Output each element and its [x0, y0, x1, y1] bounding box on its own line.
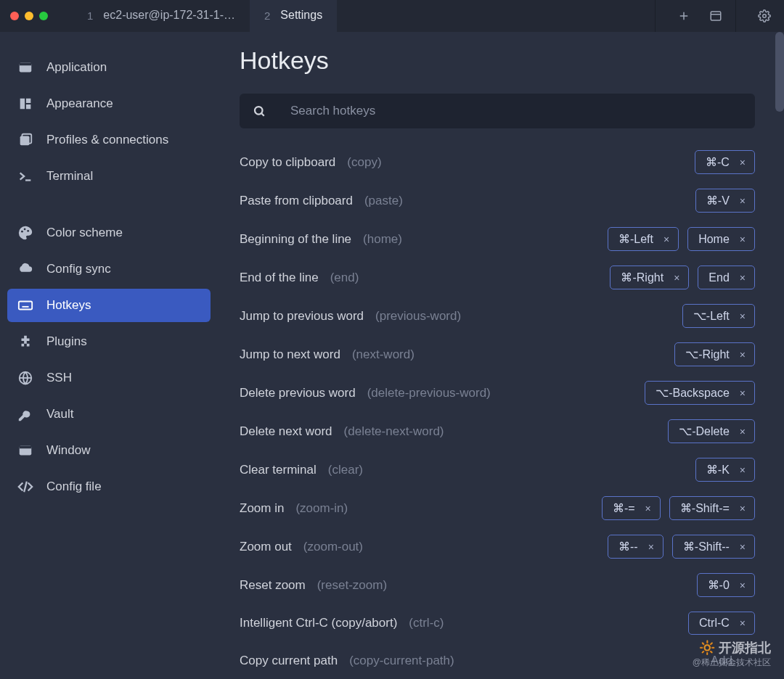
hotkey-key: ⌘-K: [706, 463, 730, 477]
hotkey-id: (paste): [364, 194, 403, 208]
search-input[interactable]: [290, 104, 742, 118]
svg-rect-2: [711, 12, 721, 20]
sidebar-item-application[interactable]: Application: [7, 51, 211, 84]
sidebar-item-label: Profiles & connections: [46, 133, 168, 147]
sidebar-item-window[interactable]: Window: [7, 434, 211, 467]
tab-label: ec2-user@ip-172-31-1-…: [103, 9, 235, 22]
hotkey-row: Delete next word(delete-next-word)⌥-Dele…: [240, 419, 755, 443]
remove-hotkey-icon[interactable]: ×: [740, 464, 746, 476]
hotkey-label: End of the line: [240, 271, 319, 285]
minimize-window-icon[interactable]: [25, 12, 33, 20]
remove-hotkey-icon[interactable]: ×: [674, 272, 679, 284]
hotkey-chip[interactable]: ⌘-=×: [602, 496, 661, 520]
split-pane-icon[interactable]: [709, 9, 722, 22]
gear-icon[interactable]: [758, 9, 771, 22]
tab[interactable]: 2Settings: [250, 0, 337, 32]
sidebar-item-terminal[interactable]: Terminal: [7, 160, 211, 193]
sidebar-item-config-file[interactable]: Config file: [7, 470, 211, 503]
remove-hotkey-icon[interactable]: ×: [645, 503, 651, 514]
maximize-window-icon[interactable]: [39, 12, 48, 20]
remove-hotkey-icon[interactable]: ×: [740, 617, 746, 629]
hotkey-row: Paste from clipboard(paste)⌘-V×: [240, 189, 755, 213]
remove-hotkey-icon[interactable]: ×: [740, 349, 746, 361]
remove-hotkey-icon[interactable]: ×: [740, 503, 746, 514]
svg-rect-6: [20, 63, 32, 66]
hotkey-list: Copy to clipboard(copy)⌘-C×Paste from cl…: [240, 150, 755, 672]
tab-label: Settings: [280, 9, 322, 22]
sidebar-item-plugins[interactable]: Plugins: [7, 325, 211, 358]
main: Hotkeys Copy to clipboard(copy)⌘-C×Paste…: [218, 32, 784, 679]
hotkey-id: (clear): [328, 463, 363, 477]
remove-hotkey-icon[interactable]: ×: [740, 157, 746, 168]
remove-hotkey-icon[interactable]: ×: [740, 541, 746, 553]
remove-hotkey-icon[interactable]: ×: [740, 272, 746, 284]
hotkey-row: Zoom out(zoom-out)⌘--×⌘-Shift--×: [240, 535, 755, 559]
hotkey-row: Clear terminal(clear)⌘-K×: [240, 458, 755, 482]
hotkey-key: ⌘--: [618, 540, 638, 554]
hotkey-key: ⌥-Left: [693, 309, 730, 323]
remove-hotkey-icon[interactable]: ×: [740, 195, 746, 207]
hotkey-chip[interactable]: ⌘-K×: [695, 458, 755, 482]
search-box[interactable]: [240, 94, 755, 128]
hotkey-chip[interactable]: Home×: [687, 227, 755, 251]
hotkey-chip[interactable]: ⌘-Shift--×: [672, 535, 755, 559]
hotkey-label: Zoom out: [240, 540, 292, 554]
hotkey-chip[interactable]: ⌘-Left×: [608, 227, 679, 251]
hotkey-label: Copy to clipboard: [240, 155, 335, 170]
close-window-icon[interactable]: [10, 12, 19, 20]
remove-hotkey-icon[interactable]: ×: [740, 234, 746, 245]
hotkey-chip[interactable]: ⌘-Right×: [610, 266, 689, 289]
remove-hotkey-icon[interactable]: ×: [740, 426, 746, 437]
hotkey-chips: Ctrl-C×: [688, 612, 755, 635]
svg-point-11: [24, 229, 26, 231]
hotkey-key: ⌘-=: [613, 501, 635, 515]
scrollbar[interactable]: [775, 32, 784, 112]
hotkey-key: ⌘-0: [708, 578, 730, 592]
sidebar-item-ssh[interactable]: SSH: [7, 361, 211, 395]
sidebar-item-hotkeys[interactable]: Hotkeys: [7, 289, 211, 322]
hotkey-chips: ⌘-V×: [695, 189, 755, 213]
hotkey-row: End of the line(end)⌘-Right×End×: [240, 266, 755, 289]
cloud-icon: [17, 261, 33, 277]
remove-hotkey-icon[interactable]: ×: [648, 541, 654, 553]
hotkey-chip[interactable]: ⌥-Backspace×: [645, 381, 755, 405]
hotkey-label: Clear terminal: [240, 463, 317, 477]
hotkey-row: Intelligent Ctrl-C (copy/abort)(ctrl-c)C…: [240, 612, 755, 635]
add-hotkey-placeholder[interactable]: Add…: [701, 649, 755, 672]
hotkey-id: (zoom-out): [303, 540, 363, 554]
hotkey-chip[interactable]: ⌘-V×: [695, 189, 755, 213]
hotkey-chip[interactable]: ⌘--×: [608, 535, 663, 559]
hotkey-chip[interactable]: ⌘-0×: [697, 573, 755, 597]
hotkey-id: (delete-next-word): [344, 424, 444, 439]
tab[interactable]: 1ec2-user@ip-172-31-1-…: [73, 0, 250, 32]
page-title: Hotkeys: [240, 46, 755, 75]
sidebar-item-profiles-connections[interactable]: Profiles & connections: [7, 123, 211, 157]
hotkey-chip[interactable]: ⌥-Right×: [674, 342, 755, 366]
hotkey-chip[interactable]: ⌘-C×: [695, 150, 755, 174]
hotkey-chip[interactable]: End×: [698, 266, 755, 289]
hotkey-label: Jump to next word: [240, 347, 340, 362]
remove-hotkey-icon[interactable]: ×: [740, 387, 746, 399]
sidebar-item-color-scheme[interactable]: Color scheme: [7, 216, 211, 250]
hotkey-chips: ⌘--×⌘-Shift--×: [608, 535, 755, 559]
hotkey-key: Home: [698, 233, 730, 246]
remove-hotkey-icon[interactable]: ×: [740, 310, 746, 322]
tab-number: 1: [87, 9, 93, 22]
sidebar-item-appearance[interactable]: Appearance: [7, 87, 211, 120]
code-icon: [17, 479, 33, 495]
palette-icon: [17, 225, 33, 241]
svg-rect-22: [20, 446, 32, 449]
hotkey-chip[interactable]: Ctrl-C×: [688, 612, 755, 635]
hotkey-id: (previous-word): [375, 309, 461, 324]
sidebar-item-config-sync[interactable]: Config sync: [7, 252, 211, 286]
remove-hotkey-icon[interactable]: ×: [740, 580, 746, 591]
hotkey-chips: ⌘-0×: [697, 573, 755, 597]
svg-point-24: [255, 107, 263, 115]
hotkey-chip[interactable]: ⌥-Left×: [682, 304, 755, 328]
remove-hotkey-icon[interactable]: ×: [663, 234, 669, 245]
hotkey-chip[interactable]: ⌘-Shift-=×: [669, 496, 755, 520]
sidebar-item-vault[interactable]: Vault: [7, 398, 211, 431]
new-tab-icon[interactable]: [677, 9, 690, 22]
search-icon: [253, 104, 266, 118]
hotkey-chip[interactable]: ⌥-Delete×: [668, 419, 755, 443]
